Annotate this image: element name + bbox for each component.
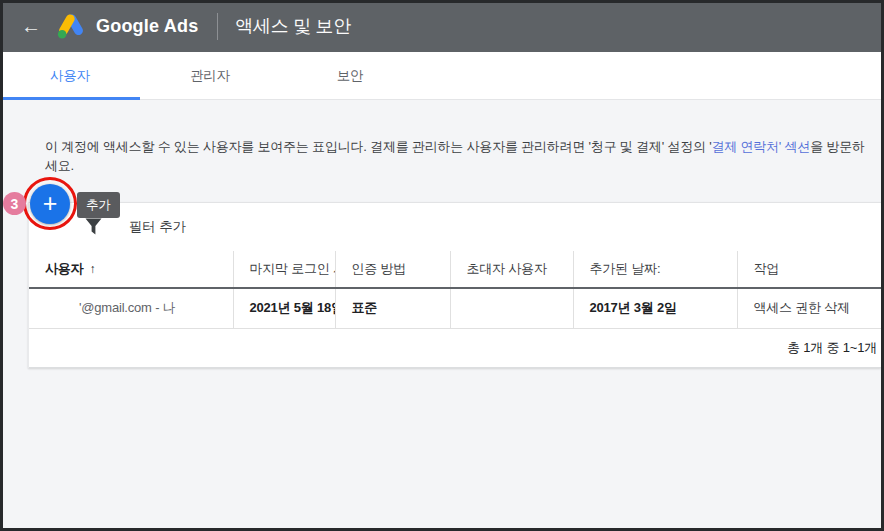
sort-ascending-icon: ↑ — [89, 262, 95, 276]
annotation-step-badge: 3 — [3, 192, 26, 215]
filter-funnel-icon — [85, 218, 102, 236]
tab-bar: 사용자 관리자 보안 — [0, 52, 884, 100]
users-table: 사용자↑ 마지막 로그인 시간 인증 방법 초대자 사용자 추가된 날짜: 작업… — [29, 251, 881, 329]
step-number: 3 — [11, 196, 19, 212]
cell-user-email: '@gmail.com - 나 — [29, 288, 233, 328]
cell-date-added: 2017년 3월 2일 — [573, 288, 737, 328]
page-description: 이 계정에 액세스할 수 있는 사용자를 보여주는 표입니다. 결제를 관리하는… — [45, 137, 868, 175]
cell-inviter — [450, 288, 573, 328]
column-header-auth-method[interactable]: 인증 방법 — [335, 251, 450, 288]
column-header-actions[interactable]: 작업 — [737, 251, 881, 288]
add-user-button[interactable]: + — [30, 184, 70, 224]
users-table-card: 필터 추가 사용자↑ 마지막 로그인 시간 인증 방법 초대자 사용자 추가된 … — [28, 202, 881, 368]
tab-security-label: 보안 — [337, 67, 364, 85]
tab-users[interactable]: 사용자 — [0, 52, 140, 99]
tab-managers[interactable]: 관리자 — [140, 52, 280, 99]
description-text-before: 이 계정에 액세스할 수 있는 사용자를 보여주는 표입니다. 결제를 관리하는… — [45, 139, 711, 154]
google-ads-access-security-page: ← Google Ads 액세스 및 보안 사용자 관리자 보안 이 계정에 액… — [0, 0, 884, 531]
pagination-summary: 총 1개 중 1~1개 — [787, 339, 877, 357]
google-ads-logo-icon — [56, 11, 86, 41]
add-filter-row[interactable]: 필터 추가 — [29, 203, 881, 251]
header-divider — [217, 13, 218, 40]
column-header-date-added[interactable]: 추가된 날짜: — [573, 251, 737, 288]
tab-security[interactable]: 보안 — [280, 52, 420, 99]
back-button[interactable]: ← — [16, 11, 46, 41]
tab-users-label: 사용자 — [50, 67, 90, 85]
add-tooltip: 추가 — [77, 192, 120, 218]
column-header-last-login[interactable]: 마지막 로그인 시간 — [233, 251, 335, 288]
plus-icon: + — [43, 191, 58, 216]
column-header-inviter[interactable]: 초대자 사용자 — [450, 251, 573, 288]
app-header: ← Google Ads 액세스 및 보안 — [0, 0, 884, 52]
brand-name: Google Ads — [96, 16, 198, 37]
remove-access-action[interactable]: 액세스 권한 삭제 — [737, 288, 881, 328]
add-tooltip-label: 추가 — [86, 197, 111, 214]
page-title: 액세스 및 보안 — [235, 14, 351, 38]
back-arrow-icon: ← — [21, 15, 41, 38]
table-pagination: 총 1개 중 1~1개 — [29, 329, 881, 368]
table-row: '@gmail.com - 나 2021년 5월 18일 표준 2017년 3월… — [29, 288, 881, 328]
cell-auth-method: 표준 — [335, 288, 450, 328]
column-header-user[interactable]: 사용자↑ — [29, 251, 233, 288]
add-filter-label: 필터 추가 — [129, 218, 186, 236]
tab-managers-label: 관리자 — [190, 67, 230, 85]
cell-last-login: 2021년 5월 18일 — [233, 288, 335, 328]
billing-contacts-link[interactable]: 결제 연락처' 섹션 — [711, 139, 810, 154]
table-header-row: 사용자↑ 마지막 로그인 시간 인증 방법 초대자 사용자 추가된 날짜: 작업 — [29, 251, 881, 288]
